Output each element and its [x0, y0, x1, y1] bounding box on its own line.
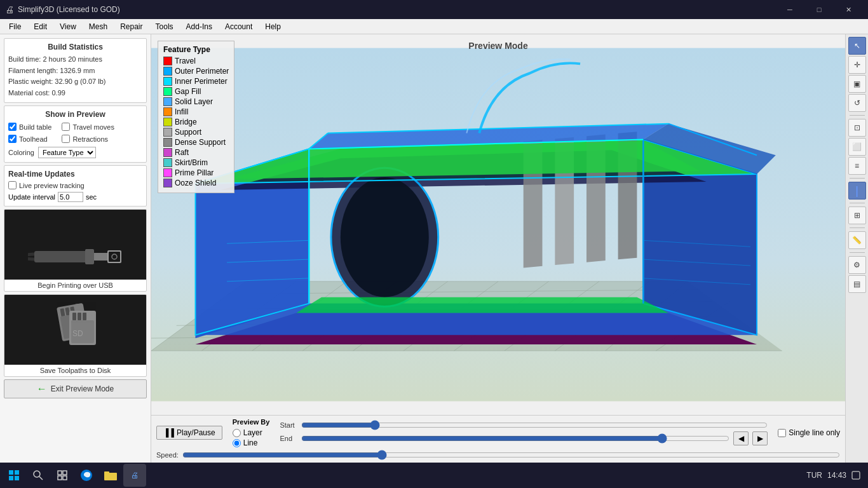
- tool-separator-1: [850, 115, 865, 116]
- update-interval-unit: sec: [86, 193, 97, 201]
- menu-addins[interactable]: Add-Ins: [180, 21, 219, 32]
- build-table-checkbox[interactable]: [8, 123, 17, 131]
- show-in-preview-panel: Show in Preview Build table Toolhead: [4, 105, 147, 163]
- svg-rect-14: [72, 313, 76, 320]
- slider-section: Start End ◀ ▶: [280, 420, 768, 445]
- legend-label-skirt: Skirt/Brim: [175, 158, 208, 167]
- menu-edit[interactable]: Edit: [27, 21, 53, 32]
- menu-view[interactable]: View: [53, 21, 83, 32]
- preview-mode-label: Preview Mode: [468, 41, 527, 51]
- legend-color-travel: [163, 57, 172, 65]
- show-in-preview-title: Show in Preview: [8, 110, 142, 119]
- legend-item-solid-layer: Solid Layer: [163, 97, 229, 106]
- exit-preview-button[interactable]: ← Exit Preview Mode: [4, 379, 147, 398]
- file-explorer-icon: [104, 470, 117, 480]
- svg-rect-15: [78, 313, 81, 320]
- columns-button[interactable]: ▤: [848, 275, 866, 293]
- end-slider[interactable]: [301, 433, 729, 444]
- menu-repair[interactable]: Repair: [114, 21, 149, 32]
- svg-point-74: [34, 471, 40, 477]
- speed-slider[interactable]: [182, 450, 840, 460]
- legend-item-inner-perimeter: Inner Perimeter: [163, 77, 229, 86]
- live-preview-checkbox[interactable]: [8, 181, 17, 189]
- simplify3d-icon: 🖨: [131, 471, 139, 480]
- material-cost: Material cost: 0.99: [8, 88, 142, 99]
- legend-item-dense-support: Dense Support: [163, 138, 229, 147]
- line-radio-label: Line: [243, 438, 258, 447]
- minimize-button[interactable]: ─: [775, 0, 804, 19]
- box-view-button[interactable]: ⬜: [848, 138, 866, 156]
- legend-label-travel: Travel: [175, 57, 196, 65]
- sd-image: SD: [4, 295, 146, 365]
- line-tool-button[interactable]: |: [848, 182, 866, 200]
- build-table-label: Build table: [19, 123, 51, 131]
- legend-title: Feature Type: [163, 45, 229, 54]
- menu-mesh[interactable]: Mesh: [83, 21, 114, 32]
- next-button[interactable]: ▶: [752, 431, 768, 445]
- preview-by-label: Preview By: [233, 418, 270, 426]
- start-slider[interactable]: [301, 420, 768, 430]
- window-controls: ─ □ ✕: [775, 0, 863, 19]
- legend-color-skirt: [163, 158, 172, 167]
- usb-print-card[interactable]: Begin Printing over USB: [4, 209, 147, 292]
- retractions-checkbox[interactable]: [62, 135, 70, 143]
- single-line-checkbox[interactable]: [778, 429, 786, 437]
- notification-icon[interactable]: [851, 471, 860, 480]
- simplify3d-taskbar-button[interactable]: 🖨: [123, 464, 146, 487]
- windows-logo-icon: [9, 470, 19, 480]
- layer-radio[interactable]: [233, 429, 241, 437]
- menu-account[interactable]: Account: [219, 21, 259, 32]
- svg-rect-78: [58, 476, 62, 480]
- rotate-reset-button[interactable]: ↺: [848, 94, 866, 112]
- legend-item-ooze-shield: Ooze Shield: [163, 179, 229, 187]
- single-line-label: Single line only: [789, 428, 840, 437]
- usb-image: [4, 210, 146, 280]
- perspective-button[interactable]: ⊡: [848, 119, 866, 137]
- play-pause-icon: ▐▐: [163, 428, 174, 437]
- svg-rect-72: [9, 476, 13, 480]
- end-label: End: [280, 435, 297, 442]
- layer-radio-row: Layer: [233, 428, 270, 437]
- viewport-container[interactable]: Feature Type Travel Outer Perimeter Inne…: [151, 34, 845, 415]
- close-button[interactable]: ✕: [834, 0, 863, 19]
- settings-button[interactable]: ⚙: [848, 256, 866, 274]
- preview-by-section: Preview By Layer Line: [233, 418, 270, 447]
- legend-color-support: [163, 128, 172, 137]
- legend-item-gap-fill: Gap Fill: [163, 87, 229, 96]
- toolhead-checkbox[interactable]: [8, 135, 17, 143]
- cube-tool-button[interactable]: ⊞: [848, 207, 866, 224]
- travel-moves-checkbox[interactable]: [62, 123, 70, 131]
- update-interval-input[interactable]: [58, 192, 83, 202]
- menu-tools[interactable]: Tools: [149, 21, 180, 32]
- bottom-controls-row: ▐▐ Play/Pause Preview By Layer Line: [156, 418, 840, 447]
- end-slider-row: End ◀ ▶: [280, 431, 768, 445]
- layers-button[interactable]: ≡: [848, 157, 866, 175]
- build-statistics-panel: Build Statistics Build time: 2 hours 20 …: [4, 38, 147, 103]
- screenshot-tool-button[interactable]: ▣: [848, 75, 866, 93]
- menu-help[interactable]: Help: [259, 21, 287, 32]
- file-explorer-button[interactable]: [99, 464, 122, 487]
- search-button[interactable]: [27, 464, 50, 487]
- start-button[interactable]: [3, 464, 25, 487]
- svg-rect-77: [63, 471, 67, 475]
- coloring-select[interactable]: Feature Type Speed Temperature Layer: [38, 147, 96, 158]
- realtime-updates-panel: Real-time Updates Live preview tracking …: [4, 165, 147, 207]
- legend-item-raft: Raft: [163, 148, 229, 157]
- menu-file[interactable]: File: [3, 21, 27, 32]
- cursor-tool-button[interactable]: ↖: [848, 37, 866, 55]
- task-view-button[interactable]: [51, 464, 74, 487]
- play-pause-button[interactable]: ▐▐ Play/Pause: [156, 426, 222, 440]
- edge-button[interactable]: [75, 464, 98, 487]
- ruler-button[interactable]: 📏: [848, 231, 866, 249]
- search-icon: [33, 470, 43, 480]
- travel-moves-row: Travel moves: [62, 123, 114, 131]
- taskbar: 🖨 TUR 14:43: [0, 463, 868, 488]
- sd-card-card[interactable]: SD Save Toolpaths to Disk: [4, 294, 147, 377]
- line-radio[interactable]: [233, 439, 241, 447]
- tool-separator-4: [850, 227, 865, 228]
- play-pause-label: Play/Pause: [177, 428, 215, 437]
- prev-button[interactable]: ◀: [733, 431, 749, 445]
- maximize-button[interactable]: □: [804, 0, 834, 19]
- move-tool-button[interactable]: ✛: [848, 56, 866, 74]
- plastic-weight: Plastic weight: 32.90 g (0.07 lb): [8, 76, 142, 88]
